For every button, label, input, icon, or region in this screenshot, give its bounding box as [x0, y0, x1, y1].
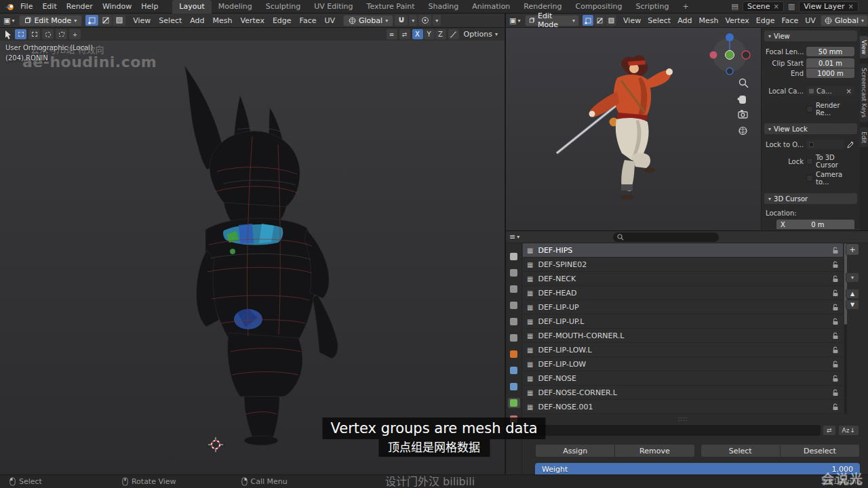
render-region-checkbox[interactable] — [806, 106, 813, 113]
vertex-group-row[interactable]: ▦ DEF-NOSE — [523, 371, 843, 386]
deselect-button[interactable]: Deselect — [780, 444, 860, 458]
orientation-dropdown[interactable]: Global ▾ — [821, 15, 868, 26]
editor-type-button[interactable]: ≡ ▾ — [506, 232, 523, 241]
assign-button[interactable]: Assign — [535, 444, 614, 458]
tweak-select-button[interactable] — [15, 29, 26, 39]
properties-tab[interactable] — [508, 317, 520, 327]
list-resize-grip[interactable]: :::: — [523, 416, 843, 422]
mirror-axis-button[interactable]: Z — [435, 29, 446, 39]
workspace-tab[interactable]: UV Editing — [307, 0, 359, 14]
panel-header-view-lock[interactable]: ▾ View Lock — [764, 123, 857, 134]
vertex-group-row[interactable]: ▦ DEF-SPINE02 — [523, 258, 843, 272]
sidebar-tab[interactable]: Screencast Keys — [860, 64, 868, 122]
workspace-tab[interactable]: + — [675, 0, 695, 14]
workspace-tab[interactable]: Sculpting — [259, 0, 307, 14]
edge-mode-button[interactable] — [99, 15, 112, 26]
snap-options-button[interactable]: ▾ — [409, 15, 417, 26]
camera-to-view-checkbox[interactable] — [806, 175, 813, 182]
options-dropdown[interactable]: Options ▾ — [461, 30, 500, 39]
mirror-axis-button[interactable]: Y — [424, 29, 435, 39]
viewport-menu-item[interactable]: Mesh — [695, 14, 722, 28]
move-down-button[interactable]: ▼ — [846, 300, 859, 310]
clip-start-field[interactable]: 0.01 m — [806, 58, 854, 68]
orientation-dropdown[interactable]: Global ▾ — [343, 15, 393, 26]
properties-tab[interactable] — [508, 382, 520, 392]
vertex-mode-button[interactable] — [583, 15, 593, 26]
viewport-menu-item[interactable]: Vertex — [237, 14, 269, 28]
editor-type-button[interactable]: ▣ ▾ — [0, 16, 18, 25]
viewport-menu-item[interactable]: Add — [186, 14, 208, 28]
viewport-3d-edit[interactable]: 公众号/B站 特效向 ae-houdini.com User Orthograp… — [0, 28, 505, 474]
specials-menu-button[interactable]: ▾ — [846, 272, 859, 283]
lock-icon[interactable] — [832, 361, 839, 368]
menubar-item[interactable]: Window — [98, 0, 136, 14]
view-layer-selector[interactable]: View Layer × — [799, 1, 859, 12]
lock-icon[interactable] — [832, 289, 839, 297]
viewport-menu-item[interactable]: Face — [296, 14, 321, 28]
face-mode-button[interactable] — [606, 15, 616, 26]
vertex-group-row[interactable]: ▦ DEF-NOSE-CORNER.L — [523, 386, 843, 400]
workspace-tab[interactable]: Modeling — [212, 0, 259, 14]
properties-tab[interactable] — [508, 251, 520, 262]
vertex-mode-button[interactable] — [85, 15, 98, 26]
properties-tab[interactable] — [508, 365, 520, 375]
panel-header-view[interactable]: ▾ View — [764, 30, 857, 41]
snap-magnet-button[interactable] — [395, 15, 408, 26]
vertex-group-row[interactable]: ▦ DEF-NOSE.001 — [523, 400, 843, 414]
viewport-menu-item[interactable]: Select — [644, 14, 674, 28]
viewport-menu-item[interactable]: Add — [674, 14, 695, 28]
properties-tab[interactable] — [508, 333, 520, 343]
lock-icon[interactable] — [832, 389, 839, 396]
close-icon[interactable]: × — [774, 3, 779, 10]
focal-length-field[interactable]: 50 mm — [806, 47, 854, 56]
remove-button[interactable]: Remove — [614, 444, 694, 458]
viewport-menu-item[interactable]: View — [129, 14, 155, 28]
proportional-falloff-button[interactable]: ▾ — [433, 15, 441, 26]
editor-type-button[interactable]: ▣ ▾ — [506, 16, 524, 25]
workspace-tab[interactable]: Animation — [465, 0, 517, 14]
viewport-menu-item[interactable]: UV — [802, 14, 819, 28]
sidebar-tab[interactable]: View — [860, 36, 868, 58]
clip-end-field[interactable]: 1000 m — [806, 68, 854, 78]
lock-icon[interactable] — [832, 318, 839, 325]
edge-mode-button[interactable] — [594, 15, 605, 26]
proportional-edit-button[interactable] — [418, 15, 431, 26]
circle-select-button[interactable] — [42, 29, 54, 39]
invert-filter-button[interactable]: ⇄ — [823, 425, 836, 436]
viewport-menu-item[interactable]: Select — [155, 14, 186, 28]
lock-icon[interactable] — [832, 261, 839, 268]
move-up-button[interactable]: ▲ — [846, 289, 859, 299]
close-icon[interactable]: × — [848, 3, 854, 10]
menubar-item[interactable]: Render — [62, 0, 98, 14]
lasso-select-button[interactable] — [56, 29, 67, 39]
sidebar-tab[interactable]: Edit — [860, 127, 868, 147]
mirror-axis-button[interactable]: X — [412, 29, 423, 39]
cursor-tool-icon[interactable] — [4, 30, 13, 39]
properties-tab[interactable] — [508, 284, 520, 294]
mode-dropdown[interactable]: Edit Mode ▾ — [525, 15, 579, 26]
viewport-menu-item[interactable]: Edge — [753, 14, 778, 28]
viewport-menu-item[interactable]: Face — [778, 14, 802, 28]
properties-tab[interactable] — [508, 349, 520, 359]
lock-icon[interactable] — [832, 332, 839, 340]
vertex-group-row[interactable]: ▦ DEF-LIP-UP — [523, 300, 843, 314]
workspace-tab[interactable]: Shading — [422, 0, 466, 14]
lock-to-object-field[interactable] — [806, 140, 844, 149]
lock-icon[interactable] — [832, 375, 839, 382]
lock-icon[interactable] — [832, 346, 839, 354]
filter-input[interactable] — [523, 425, 821, 436]
vertex-group-row[interactable]: ▦ DEF-HIPS — [523, 243, 843, 258]
eyedropper-icon[interactable] — [847, 140, 854, 148]
properties-tab[interactable] — [508, 268, 520, 278]
vertex-group-row[interactable]: ▦ DEF-LIP-LOW — [523, 357, 843, 371]
search-input[interactable] — [613, 232, 719, 242]
transform-pivot-icon[interactable]: ≡ — [387, 29, 397, 39]
viewport-menu-item[interactable]: Edge — [269, 14, 296, 28]
local-camera-field[interactable]: Ca... × — [806, 86, 854, 96]
add-vertex-group-button[interactable]: + — [846, 243, 859, 256]
viewport-menu-item[interactable]: View — [620, 14, 644, 28]
close-icon[interactable]: × — [846, 87, 852, 95]
workspace-tab[interactable]: Scripting — [629, 0, 675, 14]
falloff-icon[interactable] — [448, 29, 459, 39]
vertex-group-row[interactable]: ▦ DEF-LIP-LOW.L — [523, 343, 843, 357]
